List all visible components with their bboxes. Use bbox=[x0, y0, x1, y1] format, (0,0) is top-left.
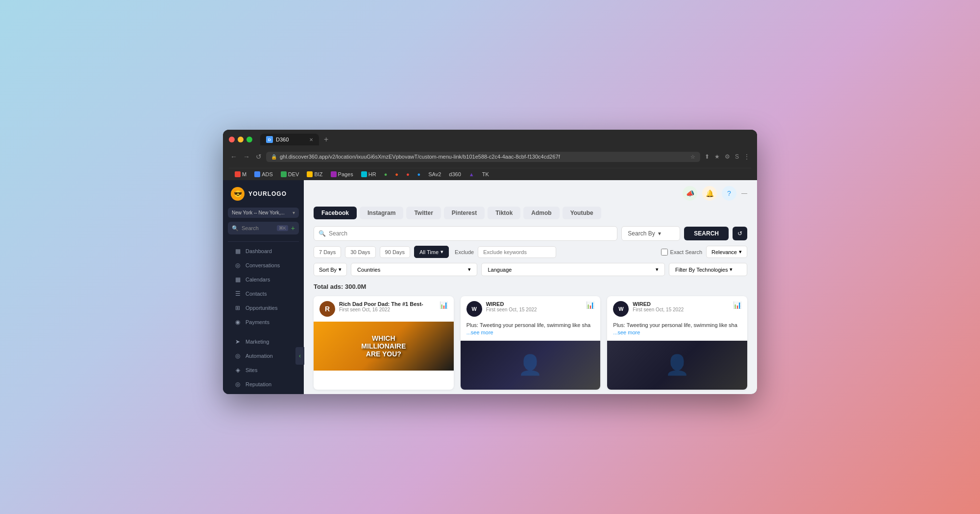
reload-button[interactable]: ↺ bbox=[254, 151, 263, 162]
back-button[interactable]: ← bbox=[229, 151, 239, 162]
bookmark-purple[interactable]: ▲ bbox=[467, 170, 476, 178]
nav-item-marketing[interactable]: ➤ Marketing bbox=[226, 335, 301, 349]
maximize-button[interactable] bbox=[246, 137, 252, 142]
bookmark-biz[interactable]: BIZ bbox=[305, 170, 324, 178]
bookmarks-bar: M ADS DEV BIZ Pages HR ● ● bbox=[229, 168, 751, 180]
tab-pinterest[interactable]: Pinterest bbox=[444, 207, 485, 219]
nav-item-reporting[interactable]: ↗ Reporting bbox=[226, 392, 301, 394]
dashboard-icon: ▦ bbox=[234, 248, 242, 255]
browser-actions: ⬆ ★ ⚙ S ⋮ bbox=[703, 152, 751, 162]
location-selector[interactable]: New York -- New York,... ▾ bbox=[228, 208, 299, 218]
address-bar[interactable]: 🔒 ghl.discover360.app/v2/location/ixuuGi… bbox=[266, 152, 700, 162]
sidebar-logo: 😎 YOURLOGO bbox=[223, 180, 304, 208]
browser-titlebar: D D360 ✕ + bbox=[229, 134, 751, 145]
time-90days-button[interactable]: 90 Days bbox=[380, 246, 410, 258]
extensions-icon[interactable]: ⚙ bbox=[723, 152, 732, 162]
nav-label-dashboard: Dashboard bbox=[245, 248, 272, 254]
time-alltime-button[interactable]: All Time ▾ bbox=[414, 246, 449, 258]
sort-by-dropdown[interactable]: Sort By ▾ bbox=[314, 263, 347, 276]
menu-icon[interactable]: ⋮ bbox=[742, 152, 751, 162]
minimize-button[interactable] bbox=[238, 137, 244, 142]
nav-item-payments[interactable]: ◉ Payments bbox=[226, 315, 301, 329]
new-tab-button[interactable]: + bbox=[321, 134, 331, 145]
user-menu-icon[interactable]: — bbox=[741, 190, 747, 197]
bookmark-icon[interactable]: ★ bbox=[713, 152, 721, 162]
relevance-dropdown[interactable]: Relevance ▾ bbox=[706, 246, 747, 258]
bookmark-dev[interactable]: DEV bbox=[279, 170, 301, 178]
time-7days-button[interactable]: 7 Days bbox=[314, 246, 341, 258]
nav-item-reputation[interactable]: ◎ Reputation bbox=[226, 377, 301, 391]
traffic-lights bbox=[229, 137, 252, 142]
ad-3-see-more[interactable]: ...see more bbox=[613, 329, 640, 335]
logo-icon: 😎 bbox=[231, 187, 245, 201]
ad-1-stats-icon[interactable]: 📊 bbox=[440, 301, 448, 309]
bookmark-pages[interactable]: Pages bbox=[329, 170, 355, 178]
bookmark-ads[interactable]: ADS bbox=[252, 170, 275, 178]
bookmark-star-icon[interactable]: ☆ bbox=[690, 154, 695, 160]
ad-3-image: 👤 bbox=[607, 341, 747, 390]
search-add-icon[interactable]: + bbox=[291, 224, 295, 232]
tab-tiktok[interactable]: Tiktok bbox=[488, 207, 520, 219]
tab-instagram[interactable]: Instagram bbox=[360, 207, 403, 219]
megaphone-button[interactable]: 📣 bbox=[683, 186, 697, 201]
ad-2-stats-icon[interactable]: 📊 bbox=[586, 301, 594, 309]
tab-twitter[interactable]: Twitter bbox=[406, 207, 441, 219]
address-bar-icons: ☆ bbox=[690, 154, 695, 160]
sidebar-collapse-button[interactable]: ‹ bbox=[295, 347, 304, 365]
bookmark-green[interactable]: ● bbox=[382, 170, 390, 178]
sidebar-wrapper: 😎 YOURLOGO New York -- New York,... ▾ 🔍 … bbox=[223, 180, 304, 394]
ad-2-img-placeholder: 👤 bbox=[461, 341, 601, 390]
tab-close-icon[interactable]: ✕ bbox=[309, 137, 313, 142]
main-header: 📣 🔔 ? — bbox=[304, 180, 757, 207]
ad-3-stats-icon[interactable]: 📊 bbox=[733, 301, 741, 309]
bookmark-sav2[interactable]: SAv2 bbox=[426, 170, 443, 178]
notifications-button[interactable]: 🔔 bbox=[702, 186, 717, 201]
ad-card-1: R Rich Dad Poor Dad: The #1 Best- First … bbox=[314, 296, 454, 390]
search-button[interactable]: SEARCH bbox=[684, 227, 729, 240]
bookmark-hr[interactable]: HR bbox=[359, 170, 378, 178]
question-mark-icon: ? bbox=[727, 189, 731, 197]
ad-2-see-more[interactable]: ...see more bbox=[466, 329, 493, 335]
bookmark-orange[interactable]: ● bbox=[393, 170, 400, 178]
search-by-dropdown[interactable]: Search By ▾ bbox=[621, 226, 680, 241]
ad-2-info: WIRED First seen Oct, 15 2022 bbox=[486, 301, 537, 312]
nav-label-automation: Automation bbox=[245, 353, 273, 359]
nav-label-marketing: Marketing bbox=[245, 339, 269, 345]
sidebar-search[interactable]: 🔍 Search ⌘K + bbox=[228, 222, 299, 234]
exclude-input[interactable] bbox=[478, 246, 556, 258]
close-button[interactable] bbox=[229, 137, 235, 142]
nav-section-gap bbox=[223, 329, 304, 334]
filter-tech-dropdown[interactable]: Filter By Technologies ▾ bbox=[669, 263, 747, 276]
nav-item-conversations[interactable]: ◎ Conversations bbox=[226, 258, 301, 272]
tab-admob[interactable]: Admob bbox=[523, 207, 559, 219]
lock-icon: 🔒 bbox=[271, 154, 277, 160]
forward-button[interactable]: → bbox=[242, 151, 251, 162]
tab-facebook[interactable]: Facebook bbox=[314, 207, 357, 219]
nav-item-calendars[interactable]: ▦ Calendars bbox=[226, 273, 301, 286]
bookmark-tk[interactable]: TK bbox=[480, 170, 491, 178]
nav-item-dashboard[interactable]: ▦ Dashboard bbox=[226, 244, 301, 258]
exact-search-checkbox[interactable] bbox=[661, 249, 668, 256]
bookmark-d360[interactable]: d360 bbox=[447, 170, 463, 178]
countries-dropdown[interactable]: Countries ▾ bbox=[351, 263, 477, 276]
bookmark-blue[interactable]: ● bbox=[416, 170, 423, 178]
sort-by-label: Sort By bbox=[319, 267, 337, 273]
bookmark-red[interactable]: ● bbox=[404, 170, 412, 178]
nav-item-opportunities[interactable]: ⊞ Opportunities bbox=[226, 301, 301, 315]
location-arrow-icon: ▾ bbox=[293, 210, 295, 215]
bookmark-gmail[interactable]: M bbox=[233, 170, 248, 178]
reputation-icon: ◎ bbox=[234, 381, 242, 388]
main-search-input[interactable] bbox=[314, 226, 617, 241]
nav-item-contacts[interactable]: ☰ Contacts bbox=[226, 287, 301, 301]
nav-item-automation[interactable]: ◎ Automation bbox=[226, 349, 301, 363]
time-30days-button[interactable]: 30 Days bbox=[345, 246, 375, 258]
share-icon[interactable]: ⬆ bbox=[703, 152, 711, 162]
tab-youtube[interactable]: Youtube bbox=[563, 207, 601, 219]
nav-item-sites[interactable]: ◈ Sites bbox=[226, 363, 301, 377]
profile-icon[interactable]: S bbox=[734, 152, 740, 162]
filter-tech-label: Filter By Technologies bbox=[675, 267, 728, 273]
language-dropdown[interactable]: Language ▾ bbox=[481, 263, 665, 276]
refresh-button[interactable]: ↺ bbox=[733, 227, 747, 240]
help-button[interactable]: ? bbox=[722, 186, 736, 201]
active-tab[interactable]: D D360 ✕ bbox=[260, 134, 319, 145]
